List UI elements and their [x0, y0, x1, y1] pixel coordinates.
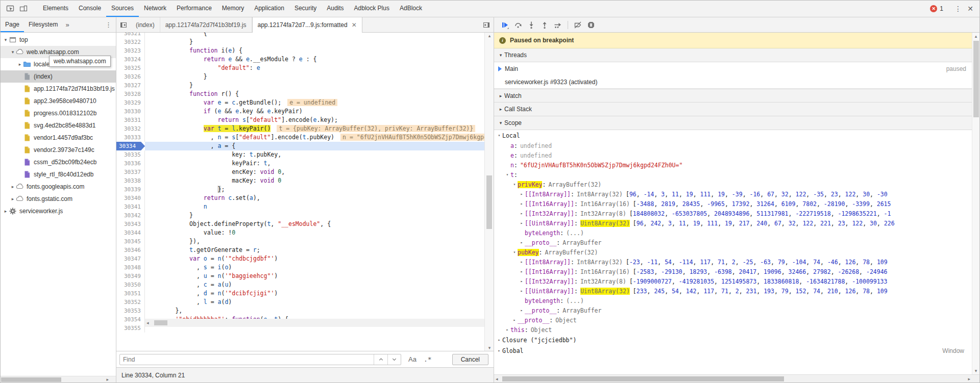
scope-section-global[interactable]: ▸GlobalWindow — [494, 345, 979, 356]
debugger-vscrollbar[interactable]: ▴ ▾ — [972, 33, 979, 374]
code-text[interactable]: if (e && e.key && e.keyPair) — [145, 107, 484, 116]
scope-row--proto-[interactable]: ▸__proto__:Object — [494, 315, 979, 325]
line-number[interactable]: 30346 — [116, 246, 145, 254]
code-text[interactable]: { — [145, 33, 484, 38]
kebab-menu-icon[interactable]: ⋮ — [101, 17, 116, 32]
code-text[interactable]: , s = i(o) — [145, 263, 484, 272]
chevron-right-icon[interactable]: ▸ — [504, 327, 510, 332]
chevron-right-icon[interactable]: ▸ — [519, 240, 525, 245]
scroll-right-icon[interactable]: ▸ — [106, 376, 109, 383]
editor-vscrollbar[interactable]: ▴ ▾ — [484, 33, 494, 351]
tab-page[interactable]: Page — [1, 17, 24, 32]
panel-tab-memory[interactable]: Memory — [217, 1, 249, 17]
cancel-button[interactable]: Cancel — [452, 354, 488, 365]
match-case-button[interactable]: Aa — [408, 355, 416, 363]
find-input[interactable] — [120, 356, 374, 363]
scope-row-e[interactable]: e:undefined — [494, 150, 979, 160]
line-number[interactable]: 30352 — [116, 298, 145, 307]
tree-item-cssm-d52bc09fb24ecb[interactable]: cssm_d52bc09fb24ecb — [1, 156, 116, 168]
code-text[interactable]: }), — [145, 237, 484, 246]
line-number[interactable]: 30353 — [116, 307, 145, 315]
line-number[interactable]: 30323 — [116, 46, 145, 55]
scope-row-t[interactable]: ▾t: — [494, 170, 979, 180]
code-text[interactable]: keyPair: t, — [145, 159, 484, 168]
line-number[interactable]: 30347 — [116, 254, 145, 263]
panel-tab-sources[interactable]: Sources — [106, 1, 139, 17]
scroll-right-icon[interactable]: ▸ — [968, 375, 970, 383]
scroll-down-icon[interactable]: ▾ — [972, 368, 979, 373]
line-number[interactable]: 30335 — [116, 150, 145, 159]
step-out-icon[interactable] — [538, 18, 551, 32]
debugger-hscrollbar[interactable]: ◂ ▸ — [494, 374, 979, 382]
panel-tab-audits[interactable]: Audits — [322, 1, 349, 17]
find-next-icon[interactable] — [387, 354, 401, 365]
code-text[interactable]: , a = { — [145, 142, 484, 150]
code-text[interactable]: function i(e) { — [145, 46, 484, 55]
panel-tab-adblock[interactable]: AdBlock — [395, 1, 427, 17]
code-text[interactable]: var e = c.getBundle();e = undefined — [145, 98, 484, 107]
line-number[interactable]: 30354 — [116, 315, 145, 324]
scope-row--proto-[interactable]: ▸__proto__:ArrayBuffer — [494, 305, 979, 315]
panel-tab-network[interactable]: Network — [139, 1, 172, 17]
chevron-right-icon[interactable]: ▸ — [519, 201, 525, 206]
step-over-icon[interactable] — [511, 18, 525, 32]
scope-row-a[interactable]: a:undefined — [494, 141, 979, 150]
error-badge-icon[interactable]: ✕ — [930, 5, 937, 12]
chevron-right-icon[interactable]: ▸ — [3, 209, 9, 214]
tree-item-fonts-gstatic-com[interactable]: ▸fonts.gstatic.com — [1, 193, 116, 205]
line-number[interactable]: 30338 — [116, 176, 145, 185]
scope-row--int16array-[interactable]: ▸[[Int16Array]]:Int16Array(16)[-3488, 28… — [494, 199, 979, 209]
scope-row--int32array-[interactable]: ▸[[Int32Array]]:Int32Array(8)[-190900072… — [494, 276, 979, 286]
code-text[interactable]: , c = a(u) — [145, 280, 484, 289]
scope-row-n[interactable]: n:"6fU2jnVHAufBT5hK0n5ObWSZjp7Dmwj6kgpd2… — [494, 160, 979, 170]
line-number[interactable]: 30348 — [116, 263, 145, 272]
deactivate-breakpoints-icon[interactable] — [571, 18, 584, 32]
tree-item-top[interactable]: ▾top — [1, 34, 116, 46]
find-previous-icon[interactable] — [374, 354, 387, 365]
line-number[interactable]: 30321 — [116, 33, 145, 38]
line-number[interactable]: 30325 — [116, 64, 145, 72]
code-text[interactable]: , u = n('"baggieehcg"') — [145, 272, 484, 280]
code-text[interactable]: function r() { — [145, 90, 484, 98]
hide-navigator-icon[interactable] — [116, 17, 131, 32]
panel-tab-application[interactable]: Application — [249, 1, 289, 17]
code-text[interactable]: , d = n('"dcibfcjigi"') — [145, 289, 484, 298]
device-toolbar-icon[interactable] — [17, 2, 30, 15]
code-text[interactable]: } — [145, 81, 484, 90]
panel-tab-adblock-plus[interactable]: Adblock Plus — [349, 1, 395, 17]
chevron-right-icon[interactable]: ▸ — [519, 260, 525, 264]
line-number[interactable]: 30351 — [116, 289, 145, 298]
code-text[interactable]: Object.defineProperty(t, "__esModule", { — [145, 220, 484, 228]
line-number[interactable]: 30344 — [116, 228, 145, 237]
scope-row--uint8array-[interactable]: ▸[[Uint8Array]]:Uint8Array(32)[233, 245,… — [494, 286, 979, 296]
scroll-left-icon[interactable]: ◂ — [146, 319, 149, 327]
resume-icon[interactable] — [498, 18, 511, 32]
line-number[interactable]: 30322 — [116, 38, 145, 46]
panel-tab-console[interactable]: Console — [74, 1, 106, 17]
scope-row--int32array-[interactable]: ▸[[Int32Array]]:Int32Array(8)[184808032,… — [494, 209, 979, 218]
panel-tab-security[interactable]: Security — [289, 1, 322, 17]
editor-hscrollbar[interactable]: ◂ — [145, 319, 484, 327]
scope-row--uint8array-[interactable]: ▸[[Uint8Array]]:Uint8Array(32)[96, 242, … — [494, 218, 979, 228]
chevrons-right-icon[interactable]: » — [63, 17, 71, 32]
chevron-right-icon[interactable]: ▸ — [10, 196, 16, 201]
scroll-up-icon[interactable]: ▴ — [972, 34, 979, 39]
file-tab--index-[interactable]: (index) — [131, 17, 160, 32]
code-text[interactable]: var t = l.keyPair()t = {pubKey: ArrayBuf… — [145, 124, 484, 133]
tree-item-progress-0018312102b[interactable]: progress.0018312102b — [1, 107, 116, 119]
scroll-left-icon[interactable]: ◂ — [496, 375, 498, 383]
chevron-down-icon[interactable]: ▾ — [10, 49, 16, 55]
line-number[interactable]: 30345 — [116, 237, 145, 246]
code-text[interactable]: macKey: void 0 — [145, 176, 484, 185]
section-threads[interactable]: ▾ Threads — [494, 48, 979, 62]
chevron-right-icon[interactable]: ▸ — [519, 308, 525, 313]
scrollbar-thumb[interactable] — [154, 320, 167, 325]
chevron-right-icon[interactable]: ▸ — [511, 318, 518, 322]
scope-row--int8array-[interactable]: ▸[[Int8Array]]:Int8Array(32)[-23, -11, 5… — [494, 257, 979, 267]
scope-section-closure[interactable]: ▸Closure ("jcjciedbb") — [494, 335, 979, 345]
code-text[interactable]: return c.set(a), — [145, 194, 484, 202]
scroll-up-icon[interactable]: ▴ — [485, 33, 494, 38]
scope-row-this[interactable]: ▸this:Object — [494, 325, 979, 335]
line-number[interactable]: 30329 — [116, 98, 145, 107]
line-number[interactable]: 30336 — [116, 159, 145, 168]
